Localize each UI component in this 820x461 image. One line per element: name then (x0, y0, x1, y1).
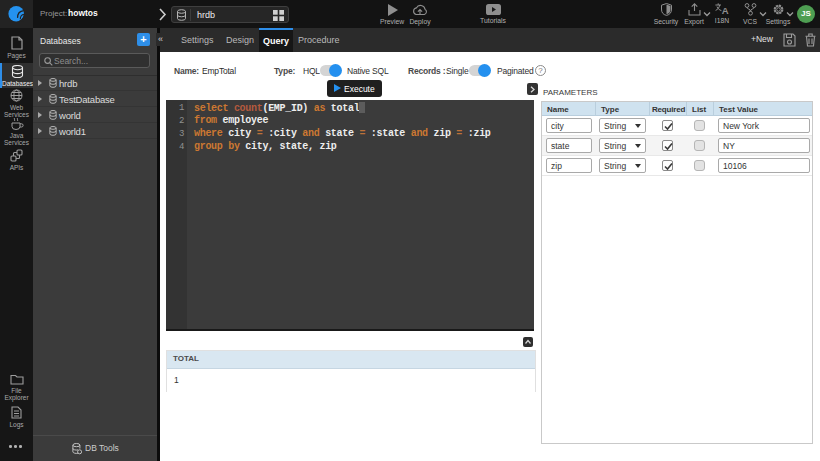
svg-text:A: A (722, 5, 729, 15)
